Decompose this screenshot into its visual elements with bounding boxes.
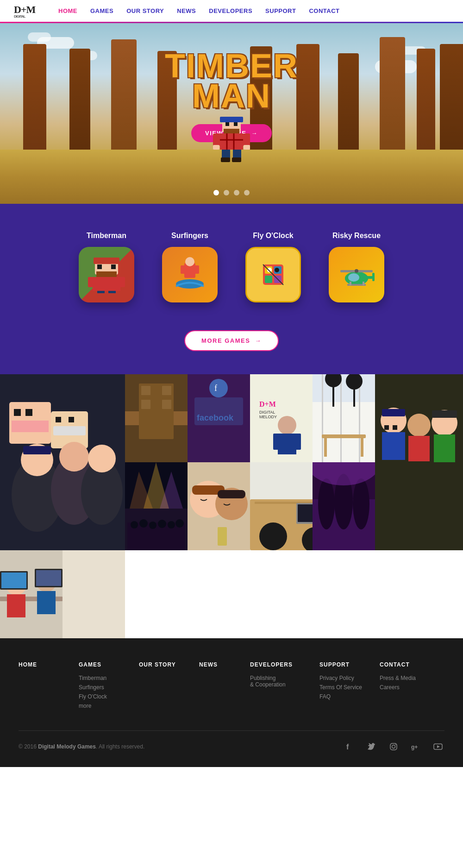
svg-rect-52 [350,282,351,285]
cloud-2 [28,32,51,42]
footer-copyright: © 2016 Digital Melody Games. All rights … [19,743,144,750]
dot-1[interactable] [213,190,219,195]
footer-col-games: GAMES Timberman Surfingers Fly O'Clock m… [79,661,134,712]
nav-contact[interactable]: CONTACT [309,7,339,14]
svg-point-123 [158,520,166,528]
footer-col-home: HOME [19,661,74,712]
footer-link-publishing[interactable]: Publishing & Cooperation [250,675,315,688]
svg-text:MELODY: MELODY [14,18,28,19]
svg-rect-97 [408,436,430,461]
footer-bottom: © 2016 Digital Melody Games. All rights … [19,730,444,753]
footer-link-more[interactable]: more [79,703,134,709]
dot-4[interactable] [244,190,250,195]
svg-rect-112 [324,438,327,457]
game-icon-timberman [79,247,134,302]
svg-rect-100 [382,409,405,416]
svg-rect-13 [243,133,250,146]
nav-games[interactable]: GAMES [90,7,113,14]
svg-point-159 [395,744,396,745]
svg-point-158 [392,745,395,748]
photo-7 [125,462,188,550]
game-title-surfingers: Surfingers [171,232,208,240]
svg-rect-18 [221,157,230,162]
footer-title-support: SUPPORT [319,661,375,668]
svg-rect-139 [298,504,313,522]
photo-3: facebook f [188,374,250,462]
footer-link-surfingers[interactable]: Surfingers [79,684,134,691]
nav-support[interactable]: SUPPORT [265,7,296,14]
footer-title-developers: DEVELOPERS [250,661,315,668]
svg-rect-149 [7,594,25,617]
footer-title-home: HOME [19,661,74,668]
svg-point-122 [149,522,156,529]
svg-rect-155 [36,570,61,586]
svg-rect-151 [1,572,26,588]
game-title-risky-rescue: Risky Rescue [332,232,381,240]
svg-rect-27 [119,277,125,287]
dot-3[interactable] [234,190,239,195]
dot-2[interactable] [224,190,229,195]
svg-rect-80 [194,397,243,425]
social-googleplus[interactable]: g+ [409,740,422,753]
svg-point-96 [407,414,431,437]
svg-point-41 [275,268,279,272]
nav-news[interactable]: NEWS [177,7,196,14]
svg-text:D+M: D+M [259,400,276,408]
svg-point-81 [209,379,228,397]
svg-point-142 [318,478,335,529]
nav-developers[interactable]: DEVELOPERS [209,7,252,14]
game-item-flyoclock[interactable]: Fly O'Clock [245,232,301,302]
photo-9 [250,462,313,550]
svg-rect-14 [213,145,219,150]
nav-home[interactable]: HOME [58,7,77,14]
social-youtube[interactable] [432,740,444,753]
game-icon-risky-rescue [329,247,384,302]
svg-rect-5 [225,122,229,126]
footer-link-terms[interactable]: Terms Of Service [319,684,375,691]
social-twitter[interactable] [365,740,378,753]
footer-col-contact: CONTACT Press & Media Careers [380,661,435,712]
svg-rect-101 [432,410,457,418]
svg-rect-131 [218,527,227,546]
social-instagram[interactable] [387,740,400,753]
photo-1-content [0,374,125,550]
social-facebook[interactable]: f [343,740,356,753]
svg-point-134 [259,522,287,550]
game-icon-flyoclock [245,247,301,302]
more-games-button[interactable]: MORE GAMES → [184,330,279,351]
game-item-timberman[interactable]: Timberman [79,232,134,302]
svg-rect-49 [372,273,375,281]
svg-point-125 [175,519,184,528]
game-icon-surfingers [162,247,218,302]
photo-8 [188,462,250,550]
svg-point-121 [139,519,148,528]
footer-link-flyoclock[interactable]: Fly O'Clock [79,693,134,700]
game-title-timberman: Timberman [87,232,126,240]
svg-rect-12 [213,133,220,146]
svg-rect-56 [14,409,21,416]
footer-link-timberman[interactable]: Timberman [79,675,134,681]
hero-character [211,116,252,162]
more-games-arrow: → [255,337,262,344]
svg-rect-111 [322,434,366,438]
header: D+M DIGITAL MELODY HOME GAMES OUR STORY … [0,0,463,23]
svg-rect-50 [347,284,357,286]
svg-rect-24 [96,271,117,277]
game-item-risky-rescue[interactable]: Risky Rescue [329,232,384,302]
svg-rect-73 [141,386,150,395]
svg-rect-51 [357,284,366,286]
svg-rect-33 [181,265,185,274]
footer-link-careers[interactable]: Careers [380,684,435,691]
nav-our-story[interactable]: OUR STORY [126,7,164,14]
svg-rect-21 [94,258,119,264]
footer-link-privacy[interactable]: Privacy Policy [319,675,375,681]
svg-rect-89 [273,434,282,450]
game-item-surfingers[interactable]: Surfingers [162,232,218,302]
footer-link-faq[interactable]: FAQ [319,693,375,700]
footer-link-press[interactable]: Press & Media [380,675,435,681]
more-games-label: MORE GAMES [201,337,250,344]
timberman-character [211,116,252,162]
logo[interactable]: D+M DIGITAL MELODY [14,1,40,21]
svg-marker-162 [437,745,440,748]
footer-col-our-story: OUR STORY [139,661,194,712]
